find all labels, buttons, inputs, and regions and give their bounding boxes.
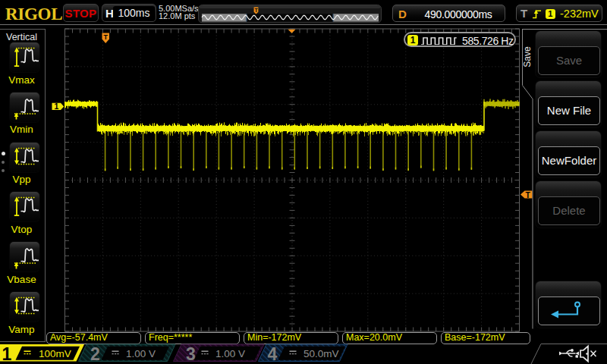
- svg-text:1.00 V: 1.00 V: [126, 348, 156, 359]
- svg-text:4: 4: [268, 344, 278, 364]
- svg-text:1: 1: [2, 344, 12, 364]
- svg-text:T: T: [104, 33, 109, 41]
- svg-text:2: 2: [90, 344, 100, 364]
- svg-text:1.00 V: 1.00 V: [215, 348, 245, 359]
- svg-text:100mV: 100mV: [39, 348, 71, 359]
- svg-text:3: 3: [186, 344, 196, 364]
- svg-text:50.0mV: 50.0mV: [304, 348, 339, 359]
- svg-text:1: 1: [55, 102, 59, 111]
- svg-text:T: T: [254, 8, 258, 13]
